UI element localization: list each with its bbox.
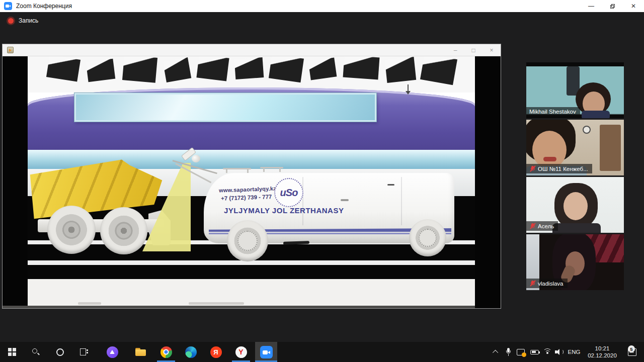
wifi-icon — [543, 348, 552, 355]
laboratory-van: www.sapaortalyqy.kz +7 (7172) 739 - 777 … — [204, 166, 455, 259]
letterbox-right — [475, 56, 501, 308]
scene-bottom-edge — [3, 306, 501, 308]
screen-alert-icon — [517, 349, 525, 355]
zoom-camera-icon — [4, 2, 12, 10]
van-title-text: JYLJYMALY JOL ZERTHANASY — [224, 206, 355, 215]
participant-tile[interactable]: Mikhail Shestakov — [526, 62, 624, 118]
tray-network[interactable] — [541, 342, 553, 362]
windows-logo-icon — [8, 348, 16, 356]
zoom-taskbar-button[interactable] — [255, 342, 277, 362]
folder-icon — [135, 348, 146, 356]
van-wheel — [409, 219, 446, 256]
start-button[interactable] — [2, 342, 22, 362]
mouse-cursor-down-arrow — [405, 84, 412, 96]
recording-indicator[interactable]: Запись — [8, 17, 38, 24]
file-explorer-button[interactable] — [130, 342, 150, 362]
cortana-button[interactable] — [50, 342, 70, 362]
foreground-floor — [28, 279, 475, 306]
media-player-play-icon — [7, 47, 14, 53]
edge-button[interactable] — [181, 342, 201, 362]
windows-taskbar: Я Y ENG 10:21 02.12.2020 5 — [0, 342, 644, 362]
chevron-up-icon — [493, 350, 498, 355]
video-scene[interactable]: www.sapaortalyqy.kz +7 (7172) 739 - 777 … — [3, 56, 501, 308]
clock-date: 02.12.2020 — [588, 352, 617, 359]
lamp-ball — [192, 155, 200, 162]
action-center-button[interactable]: 5 — [623, 342, 641, 362]
search-icon — [32, 348, 40, 356]
van-step-vent — [283, 241, 309, 245]
clock: 10:21 02.12.2020 — [588, 345, 617, 359]
letterbox-left — [3, 56, 28, 308]
task-view-icon — [80, 348, 88, 355]
participant-tile[interactable]: ОШ №11 Кенжеб... — [526, 120, 624, 175]
tray-language[interactable]: ENG — [566, 342, 583, 362]
van-wheel — [227, 220, 268, 261]
tray-app-alert[interactable] — [514, 342, 527, 362]
yandex-browser-icon: Y — [235, 346, 247, 358]
task-view-button[interactable] — [74, 342, 94, 362]
speaker-icon — [555, 348, 563, 355]
notification-badge: 5 — [628, 345, 635, 352]
zoom-window-titlebar: Zoom Конференция — ✕ — [0, 0, 644, 12]
cortana-icon — [56, 348, 64, 356]
zoom-icon — [260, 346, 273, 358]
tray-microphone[interactable] — [502, 342, 514, 362]
participant-tile[interactable]: vladislava — [526, 234, 624, 290]
player-close-button[interactable]: × — [482, 47, 501, 54]
shared-player-window: – □ × — [3, 44, 501, 308]
participant-name-label: vladislava — [526, 279, 568, 288]
minimize-button[interactable]: — — [581, 0, 602, 12]
truck-wheel — [47, 206, 96, 254]
truck-wheel — [100, 207, 147, 254]
mic-muted-icon — [529, 165, 535, 172]
van-door-line — [401, 177, 402, 225]
edge-icon — [185, 346, 197, 358]
billboard-panel — [74, 93, 376, 122]
van-mirror-mark — [387, 184, 394, 186]
restore-button[interactable] — [602, 0, 623, 12]
close-button[interactable]: ✕ — [623, 0, 644, 12]
lane-stripe — [28, 260, 475, 265]
yandex-button[interactable]: Я — [206, 342, 226, 362]
yandex-alice-button[interactable] — [102, 342, 122, 362]
desktop: Zoom Конференция — ✕ Запись – □ × — [0, 0, 644, 362]
tray-volume[interactable] — [552, 342, 566, 362]
van-door-handle — [341, 199, 349, 201]
taskbar-search-button[interactable] — [26, 342, 46, 362]
player-titlebar[interactable]: – □ × — [3, 44, 501, 56]
van-door-line — [302, 177, 303, 225]
participant-name-label: Асель — [526, 221, 558, 231]
alice-icon — [107, 346, 118, 358]
participant-name-label: Mikhail Shestakov — [526, 107, 580, 116]
meeting-stage: Запись – □ × — [0, 12, 644, 342]
participant-tile[interactable]: Асель — [526, 177, 624, 233]
tray-battery[interactable] — [527, 342, 541, 362]
recording-label: Запись — [19, 17, 38, 24]
mic-muted-icon — [529, 223, 535, 229]
microphone-icon — [506, 348, 511, 356]
chrome-button[interactable] — [156, 342, 176, 362]
chrome-icon — [160, 346, 172, 358]
player-minimize-button[interactable]: – — [446, 47, 464, 54]
clock-time: 10:21 — [588, 345, 617, 352]
yandex-icon: Я — [210, 346, 222, 358]
uso-logo: uSo — [274, 178, 303, 207]
tray-show-hidden-icons[interactable] — [490, 342, 502, 362]
recording-dot-icon — [8, 18, 14, 24]
player-maximize-button[interactable]: □ — [464, 47, 482, 54]
window-title: Zoom Конференция — [16, 3, 72, 10]
yandex-browser-button[interactable]: Y — [231, 342, 251, 362]
battery-icon — [530, 350, 539, 354]
restore-icon — [610, 4, 615, 9]
participant-name-label: ОШ №11 Кенжеб... — [526, 164, 592, 173]
tray-clock[interactable]: 10:21 02.12.2020 — [582, 342, 623, 362]
mic-muted-icon — [529, 280, 535, 287]
